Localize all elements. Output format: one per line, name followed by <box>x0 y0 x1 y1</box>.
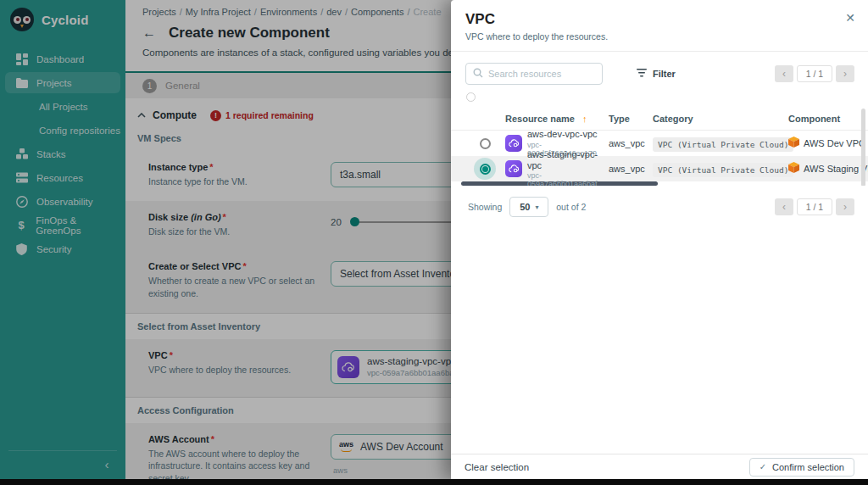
required-marker: * <box>211 434 214 444</box>
sidebar-item-config-repositories[interactable]: Config repositories <box>5 120 120 141</box>
cycloid-owl-logo-icon <box>10 8 34 31</box>
next-page-button[interactable]: › <box>836 198 854 215</box>
selected-vpc-id: vpc-059a7a6bb01aa6baf <box>367 368 456 377</box>
vertical-scrollbar[interactable] <box>861 109 865 186</box>
breadcrumb-environments[interactable]: Environments <box>260 7 317 17</box>
showing-label: Showing <box>468 202 502 212</box>
aws-account-value: AWS Dev Account <box>360 441 443 453</box>
compute-section-title: Compute <box>153 109 197 121</box>
previous-page-button[interactable]: ‹ <box>775 198 793 215</box>
field-description: VPC where to deploy the resources. <box>148 364 318 376</box>
field-label: Instance type <box>148 162 208 172</box>
filter-button[interactable]: Filter <box>637 69 676 79</box>
back-arrow-icon[interactable]: ← <box>142 26 156 40</box>
badge-text: 1 required remaining <box>225 110 314 120</box>
radio-selected[interactable] <box>474 158 496 180</box>
folder-icon <box>15 78 28 88</box>
field-label: Disk size <box>148 212 188 222</box>
sidebar-item-resources[interactable]: Resources <box>5 167 120 188</box>
sidebar-divider <box>8 450 117 451</box>
field-label: Create or Select VPC <box>148 261 241 271</box>
search-input[interactable] <box>488 69 595 79</box>
resource-type: aws_vpc <box>609 164 653 174</box>
resource-id: vpc-059a7a6bb01aa6baf <box>527 171 609 186</box>
required-marker: * <box>209 162 213 172</box>
sort-ascending-icon: ↑ <box>582 114 587 124</box>
per-page-select[interactable]: 50 ▾ <box>509 197 548 217</box>
sidebar-item-security[interactable]: Security <box>5 238 120 259</box>
vpc-selection-modal: VPC VPC where to deploy the resources. ✕… <box>451 0 868 479</box>
breadcrumb-separator: / <box>254 7 257 17</box>
table-row-aws-staging-vpc[interactable]: aws-staging-vpc-vpc vpc-059a7a6bb01aa6ba… <box>451 156 868 181</box>
vpc-mode-value: Select from Asset Inventory <box>340 268 464 280</box>
close-icon[interactable]: ✕ <box>845 11 855 25</box>
dashboard-icon <box>15 53 28 65</box>
resource-type: aws_vpc <box>609 138 653 148</box>
brand: Cycloid <box>0 0 125 31</box>
shield-icon <box>15 243 28 255</box>
server-icon <box>15 172 28 183</box>
step-number: 1 <box>142 79 157 93</box>
breadcrumb-projects[interactable]: Projects <box>142 7 176 17</box>
sidebar-item-dashboard[interactable]: Dashboard <box>5 48 120 70</box>
sidebar-item-observability[interactable]: Observability <box>5 191 120 212</box>
owl-eye-icon <box>23 16 31 24</box>
sidebar-item-label: Security <box>36 244 72 254</box>
breadcrumb-dev[interactable]: dev <box>326 7 342 17</box>
sidebar-item-stacks[interactable]: Stacks <box>5 143 120 164</box>
search-icon <box>473 66 483 81</box>
radio-unselected[interactable] <box>480 138 491 149</box>
column-header-type[interactable]: Type <box>609 114 653 124</box>
check-icon: ✓ <box>760 462 766 471</box>
modal-title: VPC <box>465 11 854 28</box>
clear-selection-button[interactable]: Clear selection <box>465 462 529 472</box>
next-page-button[interactable]: › <box>836 65 854 82</box>
chevron-up-icon <box>137 113 146 118</box>
vpc-cloud-icon <box>337 356 359 378</box>
column-header-resource-name[interactable]: Resource name ↑ <box>505 114 609 124</box>
field-label-suffix: (in Go) <box>191 212 220 222</box>
sidebar: Cycloid Dashboard Projects All Projects … <box>0 0 125 479</box>
error-icon: ! <box>210 110 221 121</box>
aws-component-icon <box>788 136 799 151</box>
instance-type-value: t3a.small <box>340 169 381 181</box>
filter-icon <box>637 69 647 79</box>
sidebar-item-projects[interactable]: Projects <box>5 72 120 93</box>
sidebar-item-label: Resources <box>36 173 83 183</box>
resource-name: aws-staging-vpc-vpc <box>527 149 609 171</box>
confirm-label: Confirm selection <box>772 462 844 472</box>
breadcrumb-separator: / <box>345 7 348 17</box>
step-label: General <box>165 81 200 91</box>
bottom-pagination: ‹ 1 / 1 › <box>775 198 854 215</box>
breadcrumb-components[interactable]: Components <box>351 7 403 17</box>
resources-table: Resource name ↑ Type Category Component … <box>451 107 868 186</box>
column-header-category[interactable]: Category <box>653 114 788 124</box>
column-header-component[interactable]: Component <box>788 114 868 124</box>
breadcrumb-my-infra-project[interactable]: My Infra Project <box>186 7 251 17</box>
category-chip: VPC (Virtual Private Cloud) <box>653 163 793 177</box>
sidebar-item-label: Dashboard <box>36 54 84 64</box>
top-pagination: ‹ 1 / 1 › <box>775 65 854 82</box>
sidebar-collapse-button[interactable]: ‹ <box>98 455 115 472</box>
page-title: Create new Component <box>169 25 330 42</box>
component-name: AWS Staging VPC <box>804 164 868 174</box>
previous-page-button[interactable]: ‹ <box>775 65 793 82</box>
sidebar-item-label: Projects <box>36 78 72 88</box>
sidebar-item-label: Config repositories <box>39 125 120 136</box>
caret-down-icon: ▾ <box>535 203 538 211</box>
sidebar-item-all-projects[interactable]: All Projects <box>5 96 120 117</box>
breadcrumb-separator: / <box>407 7 409 17</box>
vpc-cloud-icon <box>505 160 522 177</box>
required-marker: * <box>223 212 226 222</box>
confirm-selection-button[interactable]: ✓ Confirm selection <box>749 458 854 477</box>
field-label: AWS Account <box>148 434 209 444</box>
component-name: AWS Dev VPC <box>804 138 865 148</box>
aws-logo-icon: aws <box>339 441 353 452</box>
field-description: Whether to create a new VPC or select an… <box>148 275 318 299</box>
sidebar-item-label: Stacks <box>36 149 66 159</box>
sidebar-item-label: All Projects <box>39 102 88 112</box>
sidebar-item-finops[interactable]: $ FinOps & GreenOps <box>5 215 120 236</box>
slider-handle[interactable] <box>350 217 359 226</box>
compass-icon <box>15 196 28 208</box>
chevron-left-icon: ‹ <box>105 457 109 471</box>
